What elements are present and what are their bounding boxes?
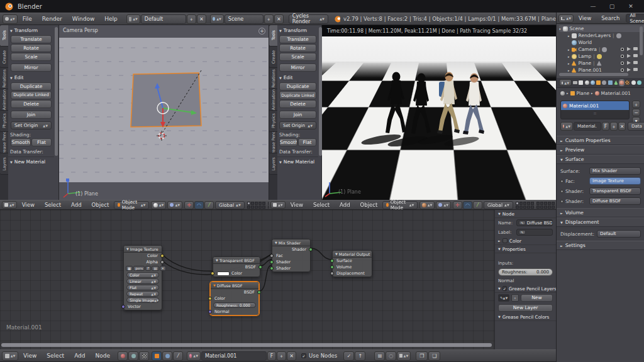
socket-surface-in[interactable] [330, 259, 334, 263]
slot-list-grip[interactable]: ＝ [561, 110, 629, 119]
editor-type-icon[interactable]: ▲▼ [270, 201, 286, 209]
outliner-hscrollbar[interactable] [559, 73, 628, 76]
tool-shelf-scrollbar[interactable] [55, 27, 58, 156]
auto-render-icon[interactable]: ⊞ [374, 351, 385, 361]
unlink-icon[interactable]: ✕ [160, 266, 167, 271]
visibility-eye-icon[interactable] [620, 61, 625, 65]
menu-view[interactable]: View [286, 202, 308, 208]
tab-particles-icon[interactable] [631, 80, 636, 85]
duplicate-button[interactable]: Duplicate [279, 82, 316, 90]
outliner-row-plane[interactable]: ▸Plane| [559, 60, 644, 67]
mirror-button[interactable]: Mirror [279, 63, 316, 72]
selectability-arrow-icon[interactable] [627, 47, 631, 51]
set-origin-dropdown[interactable]: Set Origin▲▼ [11, 121, 52, 129]
color-swatch[interactable] [502, 238, 508, 243]
copy-node-icon[interactable]: ❐ [416, 351, 428, 361]
menu-render[interactable]: Render [37, 16, 67, 22]
shader2-input-dropdown[interactable]: Diffuse BSDF [589, 197, 641, 205]
pin-icon[interactable]: ✓ [343, 351, 354, 361]
surface-shader-dropdown[interactable]: Mix Shader [589, 167, 641, 175]
socket-shader-out[interactable] [309, 248, 313, 251]
source-dropdown[interactable]: Single Image▲▼ [126, 297, 159, 303]
extension-dropdown[interactable]: Repeat▲▼ [126, 291, 159, 297]
tab-layers[interactable]: Layers [0, 153, 8, 175]
tab-grease-pencil[interactable]: Grease Pencil [269, 132, 277, 153]
node-diffuse-bsdf[interactable]: ▼Diffuse BSDF BSDF Color Roughness: 0.00… [210, 282, 259, 315]
delete-button[interactable]: Delete [279, 100, 316, 108]
add-material-button[interactable]: ＋ [277, 351, 286, 361]
menu-view[interactable]: View [18, 353, 42, 359]
compositing-tree-icon[interactable] [128, 351, 138, 361]
panel-custom-properties[interactable]: ►Custom Properties [557, 136, 644, 145]
visibility-eye-icon[interactable] [620, 68, 625, 72]
tab-render-layers-icon[interactable] [579, 80, 583, 85]
backdrop-icon[interactable]: ◌ [386, 351, 396, 361]
remove-scene-button[interactable]: ✕ [274, 14, 284, 24]
socket-shader2-in[interactable] [270, 266, 274, 270]
use-nodes-checkbox[interactable]: ✓ [301, 353, 306, 358]
menu-select[interactable]: Select [42, 353, 69, 359]
scale-button[interactable]: Scale [279, 53, 316, 61]
translate-button[interactable]: Translate [279, 35, 316, 43]
viewport-3d[interactable]: Camera Persp (1) Plane + [59, 25, 269, 200]
manipulator-scale-icon[interactable]: ⁄ [473, 201, 482, 209]
screen-layout-selector[interactable]: Default [141, 14, 186, 24]
panel-transform[interactable]: ▼Transform [8, 27, 54, 34]
scale-button[interactable]: Scale [11, 53, 52, 61]
tab-animation[interactable]: Animation [0, 89, 8, 111]
node-image-texture[interactable]: ▼Image Texture Color Alpha ▦ pers F ▤ ✕ … [123, 245, 162, 310]
orientation-selector[interactable]: Global▲▼ [215, 201, 245, 209]
gp-draw-mode-icon[interactable]: ✎▲▼ [498, 294, 509, 302]
panel-edit[interactable]: ▼Edit [277, 74, 318, 81]
panel-grease-pencil-colors[interactable]: ▼Grease Pencil Colors [495, 313, 556, 321]
open-panel-plus-icon[interactable]: + [258, 28, 265, 35]
node-mix-shader[interactable]: ▼Mix Shader Shader Fac Shader Shader [272, 239, 311, 272]
socket-normal-in[interactable] [208, 310, 212, 314]
roughness-slider[interactable]: Roughness: 0.000 [213, 302, 256, 308]
tab-layers[interactable]: Layers [269, 153, 277, 175]
remove-slot-button[interactable]: − [632, 109, 640, 116]
maximize-button[interactable]: ▢ [604, 2, 620, 11]
renderability-camera-icon[interactable] [633, 47, 638, 50]
flat-button[interactable]: Flat [31, 138, 52, 146]
paste-node-icon[interactable]: ❏ [428, 351, 440, 361]
node-editor-scrollbar[interactable] [1, 343, 492, 347]
breadcrumb-material[interactable]: Material.001 [601, 90, 631, 96]
socket-fac-in[interactable] [270, 254, 274, 258]
image-browse-icon[interactable]: ▦ [126, 266, 133, 271]
panel-new-material[interactable]: ▼New Material [8, 158, 54, 165]
socket-shader1-in[interactable] [270, 260, 274, 264]
scene-icon[interactable]: ▲▼ [210, 14, 224, 24]
fake-user-button[interactable]: F [602, 122, 609, 131]
tab-animation[interactable]: Animation [269, 89, 277, 111]
outliner-row-camera[interactable]: ▸Camera| [559, 46, 644, 53]
rendered-viewport[interactable]: Time:00:11.98 | Mem:11.20M, Peak:11.21M … [322, 25, 556, 200]
tab-scene-icon[interactable] [585, 80, 589, 85]
interpolation-dropdown[interactable]: Linear▲▼ [126, 278, 159, 284]
socket-color-in[interactable] [208, 297, 212, 300]
breadcrumb-object[interactable]: Plane [577, 90, 590, 96]
tab-modifiers-icon[interactable] [608, 80, 613, 85]
tab-create[interactable]: Create [269, 47, 277, 68]
rotate-button[interactable]: Rotate [279, 44, 316, 52]
mode-selector[interactable]: Object Mode▲▼ [114, 201, 149, 209]
tab-tools[interactable]: Tools [0, 25, 8, 47]
editor-type-icon[interactable]: ▲▼ [558, 14, 574, 23]
pivot-point-icon[interactable]: ▲▼ [167, 201, 182, 209]
manipulator-translate-icon[interactable]: ✛ [453, 201, 462, 209]
material-name-field[interactable]: Material. [574, 122, 601, 131]
join-button[interactable]: Join [279, 111, 316, 119]
editor-type-icon[interactable]: ▲▼ [559, 79, 572, 86]
displacement-dropdown[interactable]: Default [597, 230, 641, 238]
renderability-camera-icon[interactable] [633, 61, 638, 64]
tab-world-icon[interactable] [591, 80, 595, 85]
tab-tools[interactable]: Tools [269, 25, 277, 47]
outliner-row-lamp[interactable]: ▸Lamp| [559, 53, 644, 60]
selectability-arrow-icon[interactable] [627, 61, 631, 65]
display-mode-selector[interactable]: All Scenes [626, 14, 644, 23]
data-source-selector[interactable]: Data▲▼ [628, 122, 644, 131]
menu-select[interactable]: Select [308, 202, 335, 208]
socket-displacement-in[interactable] [330, 272, 334, 275]
rotate-button[interactable]: Rotate [11, 44, 52, 52]
parent-node-tree-icon[interactable]: ↑ [355, 351, 365, 361]
